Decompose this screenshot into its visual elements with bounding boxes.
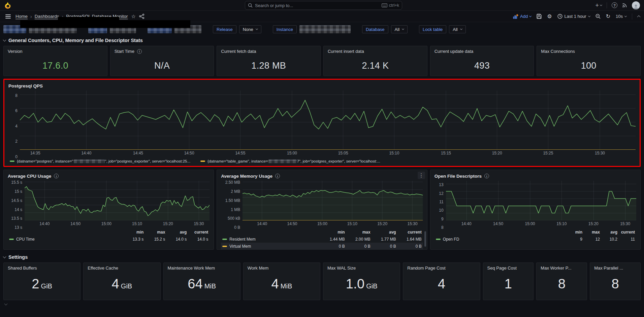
- panel-random-page-cost[interactable]: Random Page Cost 4: [403, 262, 480, 300]
- legend-column-header[interactable]: max: [345, 230, 371, 235]
- panel-menu-icon[interactable]: ⋮: [418, 172, 425, 179]
- clock-icon: [557, 14, 562, 19]
- legend-row: CPU Time13.3 s15.2 s14.0 s14.0 s: [8, 236, 210, 243]
- legend-column-header[interactable]: current: [187, 230, 208, 235]
- panel-maintenance-work-mem[interactable]: Maintenance Work Mem 64MiB: [163, 262, 240, 300]
- time-range-picker[interactable]: Last 1 hour: [557, 14, 590, 19]
- grafana-logo[interactable]: [4, 2, 11, 9]
- legend-series-name[interactable]: {datname="table_game", instance=7", job=…: [200, 159, 380, 163]
- series-color-swatch: [9, 239, 14, 240]
- axis-tick-label: 2.50 MB: [225, 180, 240, 185]
- panel-effective-cache[interactable]: Effective Cache 4GiB: [83, 262, 160, 300]
- share-icon[interactable]: [139, 14, 144, 19]
- legend-value: 0 B: [345, 244, 371, 249]
- plot-area[interactable]: [20, 91, 636, 150]
- legend-column-header[interactable]: min: [319, 230, 345, 235]
- axis-tick-label: 15:20: [588, 221, 599, 226]
- legend-column-header[interactable]: avg: [165, 230, 187, 235]
- legend-column-header[interactable]: max: [143, 230, 165, 235]
- panel-title: Max Parallel ...: [594, 266, 636, 271]
- axis-tick-label: 2: [15, 139, 18, 144]
- add-panel-button[interactable]: Add: [513, 14, 531, 19]
- legend-series-name[interactable]: Resident Mem: [222, 237, 319, 242]
- variable-release-value[interactable]: None: [239, 25, 261, 33]
- breadcrumb-home[interactable]: Home: [15, 14, 28, 19]
- save-dashboard-button[interactable]: [537, 14, 542, 19]
- panel-title: Start Timei: [115, 49, 210, 54]
- info-icon[interactable]: i: [137, 49, 142, 54]
- plot-area[interactable]: [446, 181, 636, 220]
- axis-tick-label: 15:30: [194, 221, 204, 226]
- legend-series-name[interactable]: Open FD: [436, 237, 565, 242]
- section-collapse-chevron: [3, 255, 6, 258]
- search-input[interactable]: Search or jump to... ctrl+k: [245, 1, 402, 10]
- chevron-down-icon: [529, 14, 532, 17]
- info-icon[interactable]: i: [54, 174, 59, 178]
- search-icon: [248, 3, 253, 8]
- divider: [607, 2, 607, 8]
- legend-column-header[interactable]: avg: [600, 230, 617, 235]
- variable-release: Release None: [213, 25, 261, 33]
- panel-seq-page-cost[interactable]: Seq Page Cost 1: [483, 262, 534, 300]
- collapse-toolbar-chevron[interactable]: [637, 15, 641, 19]
- legend-header-row: minmaxavgcurrent: [434, 228, 636, 236]
- menu-toggle[interactable]: [4, 13, 12, 20]
- zoom-out-time-button[interactable]: [595, 14, 601, 19]
- zoom-out-icon: [595, 14, 601, 19]
- axis-tick-label: 15:00: [525, 221, 535, 226]
- section-general-counters[interactable]: General Counters, CPU, Memory and File D…: [3, 38, 641, 43]
- info-icon[interactable]: i: [484, 174, 489, 178]
- stat-value: 64MiB: [188, 276, 216, 291]
- chevron-down-icon: [256, 28, 258, 30]
- stat-value: 1.28 MB: [251, 61, 286, 71]
- panel-current-update-data[interactable]: Current update data 493: [430, 46, 534, 76]
- axis-tick-label: 15:15: [441, 151, 451, 155]
- panel-max-worker-processes[interactable]: Max Worker P... 8: [536, 262, 587, 300]
- plot-area[interactable]: [25, 181, 210, 220]
- info-icon[interactable]: i: [275, 174, 280, 178]
- panel-postgresql-qps[interactable]: Postgresql QPS 86420 14:3514:4014:4514:5…: [3, 79, 641, 167]
- news-button[interactable]: [622, 3, 627, 8]
- refresh-button[interactable]: ↻: [606, 13, 610, 20]
- panel-current-fetch-data[interactable]: Current fetch data 1.28 MB: [217, 46, 321, 76]
- panel-current-insert-data[interactable]: Current insert data 2.14 K: [323, 46, 427, 76]
- y-axis: 15.5 s15 s14.5 s14 s13.5 s13 s: [8, 181, 25, 227]
- legend-column-header[interactable]: avg: [371, 230, 396, 235]
- variable-database-value[interactable]: All: [391, 25, 408, 33]
- legend-scrollbar[interactable]: [424, 231, 426, 247]
- help-button[interactable]: ?: [612, 2, 617, 8]
- dashboard-settings-button[interactable]: ⚙: [547, 13, 552, 20]
- legend-series-name[interactable]: CPU Time: [9, 237, 122, 242]
- legend-column-header[interactable]: min: [122, 230, 143, 235]
- axis-tick-label: 0 B: [234, 225, 240, 230]
- panel-start-time[interactable]: Start Timei N/A: [110, 46, 214, 76]
- user-avatar[interactable]: [632, 1, 640, 9]
- legend-value: 10.2: [600, 237, 617, 242]
- panel-max-connections[interactable]: Max Connections 100: [537, 46, 641, 76]
- legend-series-name[interactable]: Virtual Mem: [222, 244, 319, 249]
- breadcrumb-dashboards[interactable]: Dashboards: [35, 14, 59, 19]
- plot-area[interactable]: [243, 181, 423, 220]
- variable-lock-table-label: Lock table: [419, 25, 446, 33]
- panel-version[interactable]: Version 17.6.0: [3, 46, 107, 76]
- panel-work-mem[interactable]: Work Mem 4MiB: [243, 262, 320, 300]
- variable-instance-value-redacted[interactable]: [299, 25, 351, 33]
- legend-column-header[interactable]: current: [396, 230, 422, 235]
- refresh-interval-picker[interactable]: 10s: [616, 14, 626, 19]
- legend-column-header[interactable]: min: [565, 230, 582, 235]
- variable-lock-table-value[interactable]: All: [449, 25, 465, 33]
- section-title: Settings: [8, 254, 28, 260]
- legend-row: Open FD91210.211: [434, 236, 636, 243]
- legend-column-header[interactable]: max: [582, 230, 600, 235]
- favorite-star-icon[interactable]: ☆: [131, 13, 136, 20]
- panel-max-wal-size[interactable]: Max WAL Size 1.0GiB: [323, 262, 400, 300]
- legend-series-name[interactable]: {datname="postgres", instance="", job="p…: [10, 159, 190, 163]
- panel-open-file-descriptors[interactable]: Open File Descriptors i 1312111098 14:40…: [430, 170, 641, 250]
- panel-max-parallel[interactable]: Max Parallel ... 8: [590, 262, 641, 300]
- legend-column-header[interactable]: current: [617, 230, 635, 235]
- new-button[interactable]: +: [595, 2, 602, 8]
- panel-shared-buffers[interactable]: Shared Buffers 2GiB: [3, 262, 80, 300]
- panel-average-memory-usage[interactable]: ⋮ Average Memory Usage i 2.50 MB2 MB1.50…: [217, 170, 427, 250]
- section-settings[interactable]: Settings: [3, 254, 641, 260]
- panel-average-cpu-usage[interactable]: Average CPU Usage i 15.5 s15 s14.5 s14 s…: [3, 170, 214, 250]
